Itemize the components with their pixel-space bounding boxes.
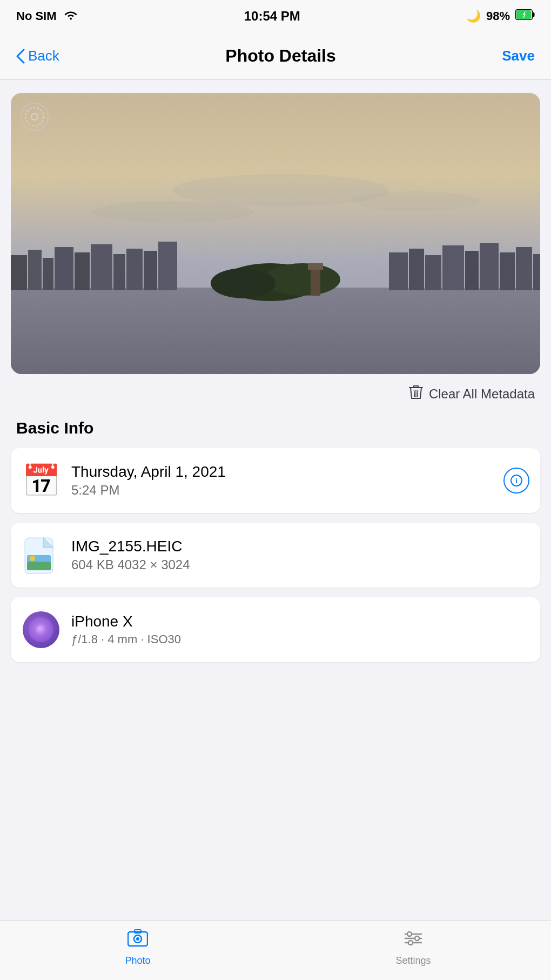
svg-rect-12: [75, 252, 90, 290]
nav-bar: Back Photo Details Save: [0, 32, 551, 80]
settings-tab-label: Settings: [395, 955, 431, 966]
clear-metadata-row: Clear All Metadata: [0, 374, 551, 414]
moon-icon: 🌙: [466, 9, 481, 23]
basic-info-title: Basic Info: [0, 414, 551, 448]
device-icon: [22, 610, 61, 649]
svg-point-33: [31, 114, 38, 120]
svg-point-39: [30, 556, 35, 561]
status-right: 🌙 98%: [466, 9, 535, 23]
device-card-title: iPhone X: [71, 613, 529, 630]
svg-rect-9: [28, 250, 42, 290]
tab-photo[interactable]: Photo: [0, 929, 276, 972]
svg-point-49: [408, 941, 413, 945]
file-card-title: IMG_2155.HEIC: [71, 538, 529, 555]
photo-tab-icon: [127, 929, 148, 952]
svg-rect-17: [158, 242, 177, 290]
svg-rect-1: [533, 12, 535, 17]
tab-bar: Photo Settings: [0, 921, 551, 980]
svg-rect-15: [126, 249, 143, 290]
settings-tab-icon: [403, 929, 424, 952]
svg-rect-21: [311, 266, 320, 296]
svg-rect-10: [43, 258, 53, 290]
device-card-subtitle: ƒ/1.8 · 4 mm · ISO30: [71, 632, 529, 646]
device-card-content: iPhone X ƒ/1.8 · 4 mm · ISO30: [71, 613, 529, 646]
file-card-subtitle: 604 KB 4032 × 3024: [71, 557, 529, 572]
svg-rect-14: [113, 254, 125, 290]
svg-rect-27: [465, 251, 479, 290]
battery-icon: [515, 9, 535, 23]
svg-rect-11: [55, 247, 73, 290]
svg-rect-38: [27, 562, 51, 570]
svg-rect-31: [533, 254, 540, 290]
save-button[interactable]: Save: [502, 48, 535, 64]
photo-tab-label: Photo: [125, 955, 150, 966]
svg-rect-29: [500, 252, 515, 290]
file-card-content: IMG_2155.HEIC 604 KB 4032 × 3024: [71, 538, 529, 572]
device-card: iPhone X ƒ/1.8 · 4 mm · ISO30: [11, 597, 540, 662]
svg-rect-23: [389, 252, 408, 290]
clear-metadata-label: Clear All Metadata: [429, 386, 535, 402]
svg-point-43: [136, 937, 139, 941]
svg-point-32: [25, 108, 44, 126]
svg-point-20: [211, 268, 276, 298]
svg-point-47: [415, 936, 419, 941]
svg-point-19: [265, 263, 340, 296]
date-card-subtitle: 5:24 PM: [71, 483, 493, 498]
status-bar: No SIM 10:54 PM 🌙 98%: [0, 0, 551, 32]
file-card: IMG_2155.HEIC 604 KB 4032 × 3024: [11, 523, 540, 588]
tab-settings[interactable]: Settings: [276, 929, 551, 972]
wifi-icon: [63, 9, 78, 24]
battery-percent: 98%: [486, 9, 510, 23]
svg-rect-26: [442, 245, 464, 290]
file-icon: [22, 536, 61, 575]
photo-settings-ring-icon: [21, 103, 49, 131]
trash-icon: [408, 384, 424, 404]
photo-preview: [11, 93, 540, 374]
page-title: Photo Details: [225, 46, 335, 66]
svg-point-6: [351, 191, 481, 211]
svg-rect-30: [516, 247, 532, 290]
date-card[interactable]: 📅 Thursday, April 1, 2021 5:24 PM i: [11, 448, 540, 513]
status-left: No SIM: [16, 9, 78, 24]
back-button[interactable]: Back: [16, 48, 59, 64]
svg-rect-28: [480, 243, 499, 290]
svg-point-5: [92, 201, 254, 223]
svg-rect-24: [409, 249, 424, 290]
carrier-text: No SIM: [16, 9, 57, 23]
svg-rect-8: [11, 255, 27, 290]
date-card-content: Thursday, April 1, 2021 5:24 PM: [71, 463, 493, 498]
svg-point-45: [407, 932, 412, 936]
svg-rect-22: [308, 263, 323, 270]
back-label: Back: [28, 48, 59, 64]
svg-rect-13: [91, 244, 112, 290]
svg-rect-16: [144, 251, 157, 290]
svg-rect-25: [425, 255, 441, 290]
svg-text:i: i: [515, 477, 518, 485]
clear-metadata-button[interactable]: Clear All Metadata: [408, 384, 535, 404]
status-time: 10:54 PM: [244, 9, 300, 24]
date-info-button[interactable]: i: [503, 468, 529, 494]
date-card-title: Thursday, April 1, 2021: [71, 463, 493, 481]
calendar-icon: 📅: [22, 461, 61, 500]
